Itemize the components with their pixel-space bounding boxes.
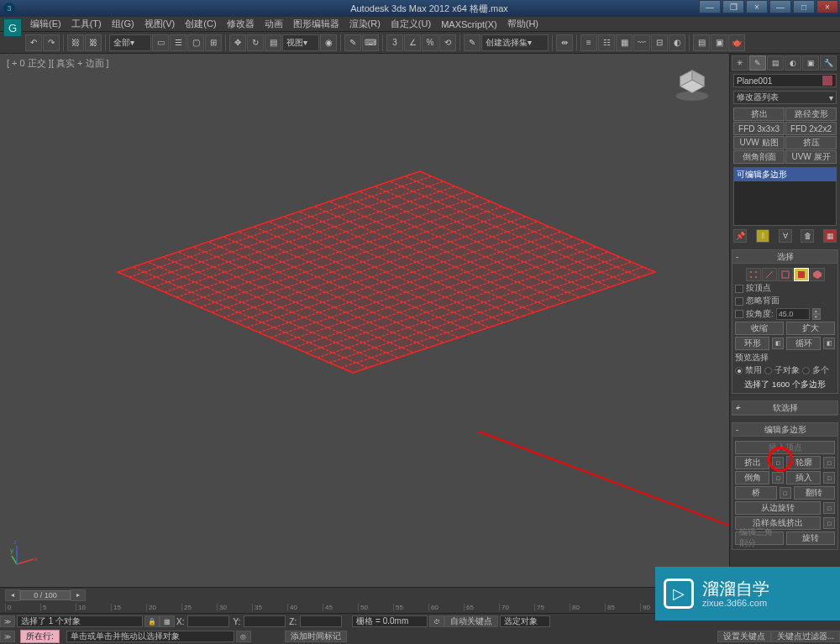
edge-subobj[interactable] bbox=[762, 268, 777, 281]
extrude-button[interactable]: 挤出 bbox=[735, 456, 769, 469]
loop-caddy[interactable]: ◧ bbox=[823, 338, 835, 349]
preview-multi-radio[interactable] bbox=[802, 367, 810, 374]
prompt-toggle[interactable]: ≫ bbox=[0, 631, 15, 642]
menu-animation[interactable]: 动画 bbox=[260, 18, 288, 30]
snap-toggle-button[interactable]: 3 bbox=[386, 34, 403, 51]
by-vertex-checkbox[interactable] bbox=[735, 285, 743, 293]
render-setup-button[interactable]: ▤ bbox=[693, 34, 710, 51]
quick-mod-6[interactable]: 倒角剖面 bbox=[733, 150, 785, 164]
named-sel-dropdown[interactable]: 创建选择集 ▾ bbox=[481, 34, 549, 51]
time-next-button[interactable]: ▸ bbox=[71, 589, 86, 601]
border-subobj[interactable] bbox=[778, 268, 793, 281]
modify-tab[interactable]: ✎ bbox=[749, 55, 766, 71]
outline-button[interactable]: 轮廓 bbox=[786, 456, 821, 469]
bridge-button[interactable]: 桥 bbox=[735, 486, 777, 500]
key-filter-button[interactable]: 关键点过滤器... bbox=[771, 631, 840, 642]
object-name-field[interactable]: Plane001 bbox=[733, 74, 837, 87]
bevel-button[interactable]: 倒角 bbox=[735, 471, 769, 484]
key-selset-field[interactable]: 选定对象 bbox=[500, 615, 550, 627]
remove-modifier-button[interactable]: 🗑 bbox=[801, 229, 814, 243]
by-angle-value[interactable] bbox=[776, 308, 810, 320]
x-coord-field[interactable] bbox=[187, 615, 229, 627]
extrude-settings-button[interactable]: □ bbox=[772, 457, 784, 469]
restore-button[interactable]: ❐ bbox=[722, 0, 744, 13]
select-scale-button[interactable]: ▤ bbox=[265, 34, 281, 51]
quick-mod-1[interactable]: 路径变形 bbox=[785, 107, 837, 121]
edit-tri-button[interactable]: 编辑三角剖分 bbox=[735, 531, 784, 545]
menu-edit[interactable]: 编辑(E) bbox=[25, 18, 66, 30]
quick-mod-4[interactable]: UVW 贴图 bbox=[733, 136, 785, 149]
material-editor-button[interactable]: ◐ bbox=[669, 34, 685, 51]
quick-mod-7[interactable]: UVW 展开 bbox=[785, 150, 837, 164]
menu-help[interactable]: 帮助(H) bbox=[502, 18, 543, 30]
script-mini-listener[interactable]: ≫ bbox=[0, 615, 15, 627]
pivot-center-button[interactable]: ◉ bbox=[320, 34, 337, 51]
angle-spin-up[interactable]: ▴ bbox=[812, 308, 821, 314]
utilities-tab[interactable]: 🔧 bbox=[820, 55, 837, 71]
rendered-frame-button[interactable]: ▣ bbox=[711, 34, 727, 51]
inset-button[interactable]: 插入 bbox=[786, 471, 821, 484]
by-angle-checkbox[interactable] bbox=[735, 310, 743, 318]
make-unique-button[interactable]: ∀ bbox=[779, 229, 792, 243]
time-slider-handle[interactable]: 0 / 100 bbox=[20, 590, 71, 600]
align-button[interactable]: ≡ bbox=[580, 34, 597, 51]
motion-tab[interactable]: ◐ bbox=[785, 55, 801, 71]
mirror-button[interactable]: ⇹ bbox=[556, 34, 573, 51]
shrink-selection-button[interactable]: 收缩 bbox=[735, 322, 784, 335]
selection-filter-dropdown[interactable]: 全部 ▾ bbox=[109, 34, 151, 51]
modifier-stack-item[interactable]: 可编辑多边形 bbox=[734, 168, 836, 181]
preview-off-radio[interactable] bbox=[735, 367, 743, 374]
autokey-button[interactable]: 自动关键点 bbox=[444, 615, 498, 627]
schematic-button[interactable]: ⊟ bbox=[651, 34, 668, 51]
bridge-settings-button[interactable]: □ bbox=[780, 487, 791, 499]
show-end-result-button[interactable]: Ⅱ bbox=[756, 229, 769, 243]
application-menu-button[interactable]: G bbox=[3, 18, 22, 37]
ring-caddy[interactable]: ◧ bbox=[772, 338, 784, 349]
quick-mod-5[interactable]: 挤压 bbox=[785, 136, 837, 149]
keyboard-shortcut-button[interactable]: ⌨ bbox=[362, 34, 379, 51]
menu-customize[interactable]: 自定义(U) bbox=[386, 18, 436, 30]
grow-selection-button[interactable]: 扩大 bbox=[786, 322, 835, 335]
element-subobj[interactable] bbox=[810, 268, 825, 281]
menu-graph[interactable]: 图形编辑器 bbox=[288, 18, 344, 30]
angle-snap-button[interactable]: ∠ bbox=[404, 34, 421, 51]
menu-views[interactable]: 视图(V) bbox=[139, 18, 181, 30]
minimize-button[interactable]: — bbox=[699, 0, 721, 13]
perspective-viewport[interactable]: [ + 0 正交 ][ 真实 + 边面 ] bbox=[0, 54, 729, 598]
coord-display-button[interactable]: ▦ bbox=[160, 615, 175, 627]
modifier-stack[interactable]: 可编辑多边形 bbox=[733, 167, 837, 226]
close-inner-button[interactable]: × bbox=[746, 0, 768, 13]
menu-maxscript[interactable]: MAXScript(X) bbox=[436, 19, 502, 29]
isolate-button[interactable]: ◎ bbox=[236, 631, 251, 642]
create-tab[interactable]: ✳ bbox=[732, 55, 748, 71]
viewcube[interactable] bbox=[672, 62, 712, 102]
pin-stack-button[interactable]: 📌 bbox=[733, 229, 747, 243]
object-color-swatch[interactable] bbox=[822, 75, 833, 86]
quick-mod-2[interactable]: FFD 3x3x3 bbox=[733, 122, 785, 135]
time-config-button[interactable]: ⏱ bbox=[429, 615, 444, 627]
outline-settings-button[interactable]: □ bbox=[823, 457, 835, 469]
ring-button[interactable]: 环形 bbox=[735, 337, 769, 350]
preview-subobj-radio[interactable] bbox=[764, 367, 772, 374]
ignore-backfacing-checkbox[interactable] bbox=[735, 297, 743, 306]
y-coord-field[interactable] bbox=[244, 615, 286, 627]
menu-group[interactable]: 组(G) bbox=[107, 18, 139, 30]
z-coord-field[interactable] bbox=[300, 615, 342, 627]
menu-modifiers[interactable]: 修改器 bbox=[222, 18, 260, 30]
percent-snap-button[interactable]: % bbox=[422, 34, 438, 51]
insert-vertex-button[interactable]: 插入顶点 bbox=[735, 441, 835, 454]
link-button[interactable]: ⛓ bbox=[67, 34, 84, 51]
polygon-subobj[interactable] bbox=[794, 268, 809, 281]
minimize-outer-button[interactable]: — bbox=[769, 0, 791, 13]
curve-editor-button[interactable]: 〰 bbox=[633, 34, 650, 51]
ref-coord-dropdown[interactable]: 视图 ▾ bbox=[282, 34, 319, 51]
hinge-button[interactable]: 从边旋转 bbox=[735, 501, 821, 515]
flip-button[interactable]: 翻转 bbox=[794, 486, 836, 500]
bevel-settings-button[interactable]: □ bbox=[772, 472, 784, 484]
vertex-subobj[interactable] bbox=[746, 268, 761, 281]
angle-spin-down[interactable]: ▾ bbox=[812, 314, 821, 320]
select-by-name-button[interactable]: ☰ bbox=[170, 34, 186, 51]
select-move-button[interactable]: ✥ bbox=[229, 34, 246, 51]
undo-button[interactable]: ↶ bbox=[25, 34, 42, 51]
loop-button[interactable]: 循环 bbox=[786, 337, 821, 350]
